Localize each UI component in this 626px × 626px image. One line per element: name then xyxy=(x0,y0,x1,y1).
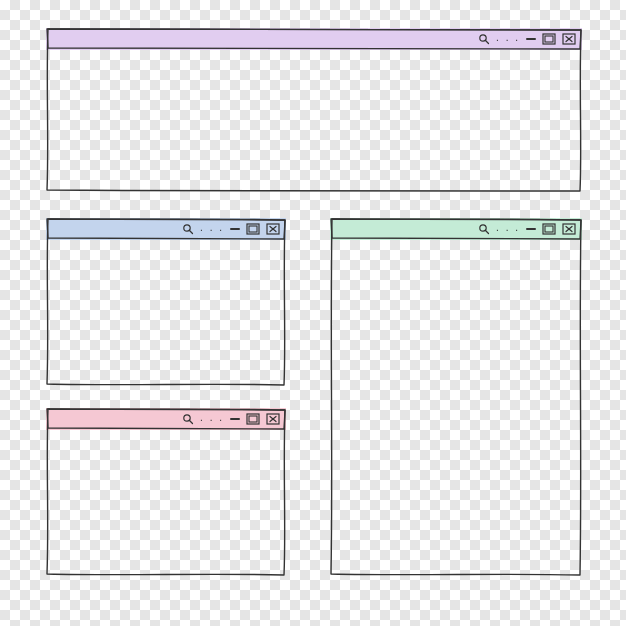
minimize-icon[interactable] xyxy=(230,228,240,230)
close-icon[interactable] xyxy=(266,413,280,425)
window-controls: . . . xyxy=(182,223,280,235)
maximize-icon[interactable] xyxy=(542,33,556,45)
window-controls: . . . xyxy=(478,223,576,235)
window-body xyxy=(330,240,582,576)
svg-line-22 xyxy=(486,231,489,234)
window-purple: . . . xyxy=(46,28,582,192)
minimize-icon[interactable] xyxy=(230,418,240,420)
svg-line-8 xyxy=(190,231,193,234)
search-icon[interactable] xyxy=(182,413,194,425)
window-controls: . . . xyxy=(478,33,576,45)
titlebar-purple[interactable]: . . . xyxy=(46,28,582,50)
svg-rect-10 xyxy=(249,226,257,232)
maximize-icon[interactable] xyxy=(542,223,556,235)
window-green: . . . xyxy=(330,218,582,576)
window-body xyxy=(46,50,582,192)
minimize-icon[interactable] xyxy=(526,38,536,40)
svg-rect-3 xyxy=(545,36,553,42)
close-icon[interactable] xyxy=(266,223,280,235)
titlebar-pink[interactable]: . . . xyxy=(46,408,286,430)
search-icon[interactable] xyxy=(182,223,194,235)
window-blue: . . . xyxy=(46,218,286,386)
menu-dots-icon[interactable]: . . . xyxy=(200,223,224,235)
titlebar-green[interactable]: . . . xyxy=(330,218,582,240)
menu-dots-icon[interactable]: . . . xyxy=(496,33,520,45)
titlebar-blue[interactable]: . . . xyxy=(46,218,286,240)
menu-dots-icon[interactable]: . . . xyxy=(496,223,520,235)
search-icon[interactable] xyxy=(478,33,490,45)
maximize-icon[interactable] xyxy=(246,223,260,235)
window-controls: . . . xyxy=(182,413,280,425)
svg-line-1 xyxy=(486,41,489,44)
svg-rect-24 xyxy=(545,226,553,232)
svg-line-15 xyxy=(190,421,193,424)
search-icon[interactable] xyxy=(478,223,490,235)
menu-dots-icon[interactable]: . . . xyxy=(200,413,224,425)
minimize-icon[interactable] xyxy=(526,228,536,230)
window-body xyxy=(46,430,286,576)
close-icon[interactable] xyxy=(562,223,576,235)
maximize-icon[interactable] xyxy=(246,413,260,425)
window-body xyxy=(46,240,286,386)
svg-rect-17 xyxy=(249,416,257,422)
window-pink: . . . xyxy=(46,408,286,576)
close-icon[interactable] xyxy=(562,33,576,45)
